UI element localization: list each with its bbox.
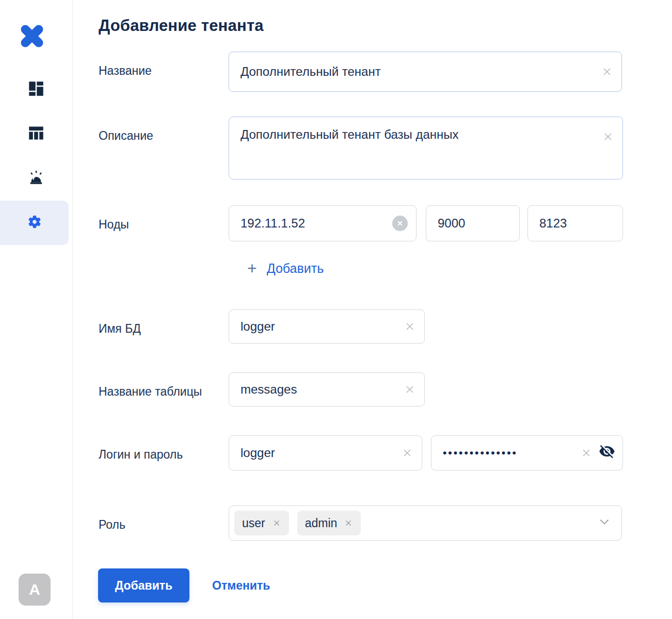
sidebar-nav [0, 68, 72, 245]
submit-button[interactable]: Добавить [98, 568, 189, 602]
sidebar-item-tables[interactable] [0, 112, 72, 156]
node-host-value: 192.11.1.52 [241, 216, 392, 231]
table-name-input[interactable]: messages [229, 372, 425, 406]
role-tag-user: user [234, 511, 289, 535]
sidebar: A [0, 0, 73, 619]
form-row-role: Роль user admin [99, 506, 672, 541]
table-name-clear-icon[interactable] [404, 383, 416, 396]
role-tag-admin: admin [297, 511, 361, 535]
db-name-value: logger [241, 319, 404, 334]
form-row-db-name: Имя БД logger [99, 310, 672, 344]
app-logo[interactable] [20, 24, 44, 48]
login-clear-icon[interactable] [401, 447, 413, 459]
role-multiselect[interactable]: user admin [229, 506, 622, 541]
table-name-label: Название таблицы [99, 372, 229, 399]
add-node-label: Добавить [267, 261, 324, 276]
form-row-name: Название Дополнительный тенант [99, 52, 672, 92]
user-avatar[interactable]: A [19, 574, 51, 606]
password-input[interactable]: •••••••••••••• [431, 435, 623, 470]
node-port2-input[interactable]: 8123 [527, 205, 623, 241]
node-host-clear-icon[interactable] [392, 216, 408, 231]
role-tag-user-label: user [242, 516, 265, 530]
app-logo-x-icon [20, 41, 44, 50]
role-tag-admin-remove-icon[interactable] [344, 518, 353, 528]
role-tag-user-remove-icon[interactable] [272, 518, 281, 528]
password-clear-icon[interactable] [580, 447, 593, 459]
form-actions: Добавить Отменить [98, 568, 672, 602]
name-input[interactable]: Дополнительный тенант [229, 52, 622, 92]
password-visibility-toggle-icon[interactable] [599, 443, 615, 463]
page-title: Добавление тенанта [99, 17, 672, 35]
table-name-value: messages [241, 382, 404, 397]
dashboard-icon [28, 81, 44, 99]
db-name-input[interactable]: logger [229, 310, 425, 344]
add-node-button[interactable]: + Добавить [247, 260, 672, 276]
form-row-table-name: Название таблицы messages [99, 372, 672, 406]
table-columns-icon [28, 125, 44, 143]
description-value: Дополнительный тенант базы данных [241, 127, 602, 142]
node-port1-input[interactable]: 9000 [426, 205, 520, 241]
login-input[interactable]: logger [229, 435, 422, 470]
node-port2-value: 8123 [539, 216, 614, 231]
db-name-label: Имя БД [99, 310, 229, 336]
description-textarea[interactable]: Дополнительный тенант базы данных [229, 117, 623, 180]
role-tag-admin-label: admin [305, 516, 338, 530]
chevron-down-icon[interactable] [598, 515, 611, 531]
name-clear-icon[interactable] [601, 66, 613, 78]
nodes-label: Ноды [99, 205, 229, 232]
description-clear-icon[interactable] [602, 131, 614, 143]
form-row-credentials: Логин и пароль logger •••••••••••••• [99, 435, 672, 470]
app-window: A Добавление тенанта Название Дополнител… [0, 0, 672, 619]
avatar-letter: A [29, 581, 40, 598]
password-masked-value: •••••••••••••• [443, 447, 580, 459]
node-host-input[interactable]: 192.11.1.52 [229, 205, 417, 241]
sidebar-item-dashboard[interactable] [0, 68, 72, 112]
db-name-clear-icon[interactable] [404, 320, 416, 333]
form-row-description: Описание Дополнительный тенант базы данн… [99, 117, 672, 180]
form-row-nodes: Ноды 192.11.1.52 9000 8123 [99, 205, 672, 241]
alarm-icon [28, 169, 44, 188]
role-label: Роль [99, 506, 229, 532]
cancel-button[interactable]: Отменить [212, 579, 270, 593]
node-port1-value: 9000 [438, 216, 511, 231]
name-value: Дополнительный тенант [241, 64, 601, 79]
credentials-label: Логин и пароль [99, 435, 229, 462]
login-value: logger [241, 446, 401, 460]
role-tags: user admin [234, 511, 598, 535]
tenant-form-page: Добавление тенанта Название Дополнительн… [73, 0, 672, 619]
sidebar-item-settings[interactable] [0, 201, 69, 245]
plus-icon: + [247, 260, 257, 276]
name-label: Название [99, 52, 229, 78]
description-label: Описание [99, 117, 229, 143]
sidebar-item-alerts[interactable] [0, 156, 72, 201]
gear-icon [27, 214, 42, 232]
